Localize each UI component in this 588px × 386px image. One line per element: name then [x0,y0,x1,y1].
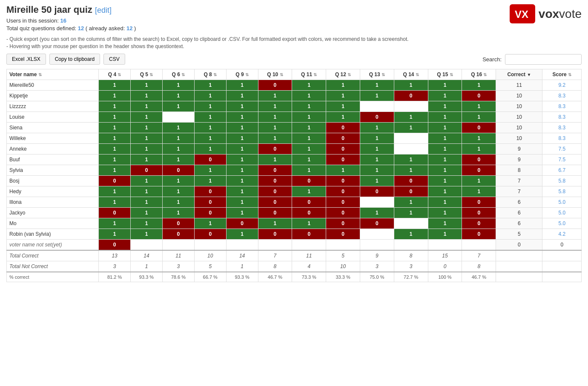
answer-cell [360,197,394,208]
logo-icon: VX [510,4,535,23]
clipboard-button[interactable]: Copy to clipboard [49,54,100,65]
answer-cell: 1 [428,123,462,133]
correct-cell: 6 [496,218,542,229]
answer-cell: 1 [99,80,131,91]
answer-cell: 1 [131,186,163,197]
answer-cell: 1 [131,229,163,240]
table-row: Sylvia10011011111086.7 [7,165,582,176]
col-q10[interactable]: Q 10 ⇅ [258,69,292,80]
answer-cell: 1 [226,144,258,154]
answer-cell: 1 [162,80,194,91]
csv-button[interactable]: CSV [103,54,125,65]
answer-cell: 0 [360,218,394,229]
title-text: Mireille 50 jaar quiz [6,4,92,15]
correct-cell: 10 [496,123,542,133]
answer-cell: 1 [258,218,292,229]
correct-cell: 10 [496,101,542,112]
answer-cell: 1 [162,91,194,101]
col-correct[interactable]: Correct ▼ [496,69,542,80]
answer-cell: 1 [292,165,326,176]
excel-button[interactable]: Excel .XLSX [6,54,46,65]
col-q12[interactable]: Q 12 ⇅ [326,69,360,80]
col-q9[interactable]: Q 9 ⇅ [226,69,258,80]
col-q14[interactable]: Q 14 ⇅ [394,69,428,80]
answer-cell: 1 [162,154,194,165]
answer-cell: 0 [462,229,496,240]
answer-cell: 1 [194,112,226,123]
answer-cell: 1 [462,176,496,186]
answer-cell: 1 [360,154,394,165]
answer-cell [394,240,428,251]
col-q4[interactable]: Q 4 ⇅ [99,69,131,80]
score-cell: 5.0 [542,197,582,208]
col-q16[interactable]: Q 16 ⇅ [462,69,496,80]
answer-cell: 0 [326,154,360,165]
answer-cell: 0 [99,240,131,251]
voter-name-cell: Anneke [7,144,99,154]
table-container: Voter name ⇅ Q 4 ⇅ Q 5 ⇅ Q 6 ⇅ Q 8 ⇅ Q 9… [6,69,582,282]
answer-cell [162,112,194,123]
answer-cell: 0 [326,218,360,229]
answer-cell: 0 [194,229,226,240]
answer-cell: 0 [326,197,360,208]
answer-cell: 1 [462,80,496,91]
logo: VX voxvote [510,4,582,23]
answer-cell: 1 [428,101,462,112]
answer-cell [326,240,360,251]
answer-cell: 1 [292,112,326,123]
voter-name-cell: Robin (van Sylvia) [7,229,99,240]
answer-cell: 0 [326,176,360,186]
answer-cell: 1 [428,144,462,154]
answer-cell: 1 [360,144,394,154]
col-voter-name[interactable]: Voter name ⇅ [7,69,99,80]
edit-link[interactable]: [edit] [95,6,112,14]
answer-cell: 1 [292,123,326,133]
voter-name-cell: Jackyo [7,208,99,218]
answer-cell: 1 [428,154,462,165]
table-row: voter name not set(yet)000 [7,240,582,251]
answer-cell: 1 [99,229,131,240]
info-text-2: - Hovering with your mouse per question … [6,43,582,49]
answer-cell: 0 [462,218,496,229]
answer-cell: 1 [258,101,292,112]
table-row: Jackyo01101000111065.0 [7,208,582,218]
score-cell: 5.8 [542,186,582,197]
answer-cell: 1 [394,229,428,240]
answer-cell: 1 [428,176,462,186]
col-q11[interactable]: Q 11 ⇅ [292,69,326,80]
answer-cell: 1 [99,123,131,133]
answer-cell: 0 [258,144,292,154]
answer-cell: 1 [226,229,258,240]
already-count: 12 [126,25,132,31]
col-q6[interactable]: Q 6 ⇅ [162,69,194,80]
col-q8[interactable]: Q 8 ⇅ [194,69,226,80]
answer-cell: 1 [131,101,163,112]
answer-cell: 1 [292,91,326,101]
score-cell: 8.3 [542,133,582,144]
col-q13[interactable]: Q 13 ⇅ [360,69,394,80]
answer-cell: 1 [394,112,428,123]
table-row: Louise11111110111108.3 [7,112,582,123]
voter-name-cell: Mo [7,218,99,229]
correct-cell: 0 [496,240,542,251]
answer-cell: 0 [226,218,258,229]
answer-cell: 1 [162,197,194,208]
col-q5[interactable]: Q 5 ⇅ [131,69,163,80]
answer-cell: 1 [99,186,131,197]
voter-name-cell: Sylvia [7,165,99,176]
search-input[interactable] [505,54,582,65]
answer-cell: 0 [258,208,292,218]
correct-cell: 10 [496,91,542,101]
col-score[interactable]: Score ⇅ [542,69,582,80]
answer-cell [162,240,194,251]
correct-cell: 6 [496,208,542,218]
answer-cell: 1 [226,123,258,133]
answer-cell: 1 [131,112,163,123]
answer-cell: 1 [226,208,258,218]
voter-name-cell: Siena [7,123,99,133]
col-q15[interactable]: Q 15 ⇅ [428,69,462,80]
score-cell: 5.0 [542,218,582,229]
table-row: Kippetje111111111010108.3 [7,91,582,101]
answer-cell: 0 [258,165,292,176]
correct-cell: 11 [496,80,542,91]
